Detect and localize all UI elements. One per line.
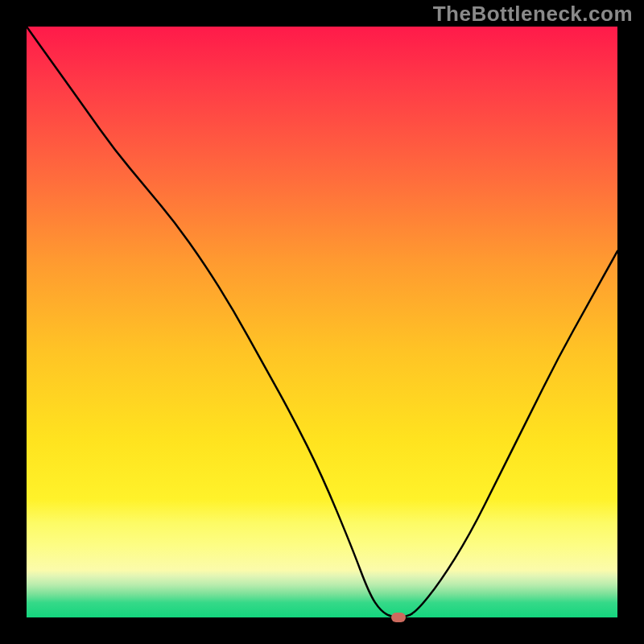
watermark-text: TheBottleneck.com: [433, 2, 633, 27]
plot-area: [27, 27, 617, 617]
optimum-marker: [391, 613, 406, 622]
chart-frame: TheBottleneck.com: [0, 0, 644, 644]
curve-svg: [27, 27, 617, 617]
curve-path: [27, 27, 617, 617]
